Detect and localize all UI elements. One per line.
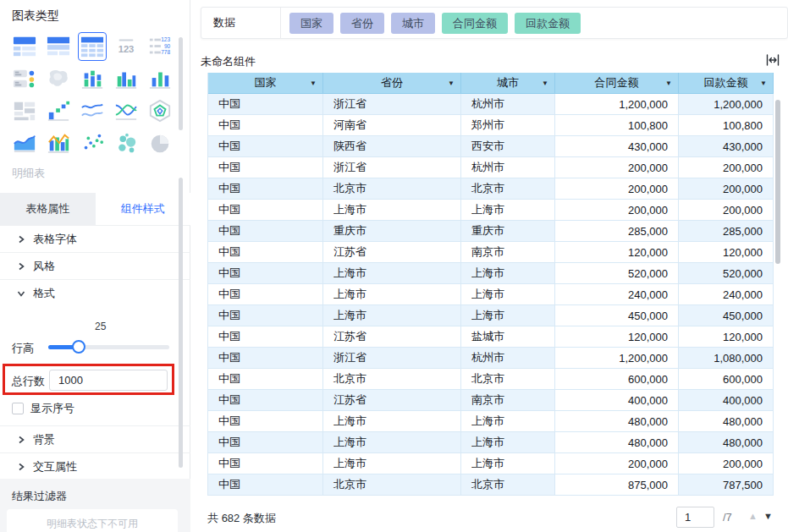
chart-type-pie-icon[interactable] — [143, 127, 177, 159]
tab-table-properties[interactable]: 表格属性 — [0, 193, 96, 225]
column-header-label: 国家 — [255, 75, 277, 90]
column-header-label: 城市 — [497, 75, 519, 90]
page-down-icon[interactable]: ▼ — [763, 511, 773, 521]
page-total: /7 — [723, 511, 732, 524]
expand-width-icon[interactable] — [764, 52, 781, 68]
table-cell: 200,000 — [555, 157, 679, 178]
chart-type-table-header-left-icon[interactable] — [8, 30, 41, 63]
table-cell: 北京市 — [323, 369, 461, 390]
table-cell: 盐城市 — [461, 326, 555, 348]
dimension-chip[interactable]: 城市 — [391, 13, 435, 34]
table-cell: 285,000 — [555, 221, 679, 242]
table-cell: 北京市 — [323, 474, 461, 496]
measure-chip[interactable]: 合同金额 — [442, 13, 508, 34]
column-dropdown-icon[interactable]: ▼ — [310, 80, 317, 87]
measure-chip[interactable]: 回款金额 — [515, 13, 581, 34]
table-row: 中国重庆市重庆市285,000285,000 — [208, 221, 774, 242]
chart-type-indicator-dots-icon[interactable] — [8, 63, 41, 95]
column-header[interactable]: 城市▼ — [461, 73, 555, 94]
table-cell: 中国 — [208, 200, 323, 221]
table-row: 中国浙江省杭州市1,200,0001,080,000 — [208, 348, 774, 369]
chart-type-step-scatter-icon[interactable] — [41, 95, 75, 127]
slider-knob[interactable] — [72, 340, 85, 354]
result-filter-section: 结果过滤器 明细表状态下不可用 — [0, 479, 190, 532]
table-cell: 120,000 — [555, 242, 679, 263]
chart-type-bar-icon[interactable] — [143, 63, 177, 95]
chart-type-map-icon[interactable] — [41, 63, 75, 95]
table-cell: 120,000 — [679, 326, 774, 348]
table-cell: 杭州市 — [461, 348, 555, 369]
table-row: 中国江苏省南京市120,000120,000 — [208, 242, 774, 263]
chart-type-bubble-icon[interactable] — [109, 127, 143, 159]
chart-type-area-cross-icon[interactable] — [109, 95, 143, 127]
chart-type-number-card-icon[interactable]: 123 — [109, 30, 143, 63]
table-cell: 中国 — [208, 94, 323, 115]
data-label: 数据 — [201, 15, 280, 30]
column-header[interactable]: 省份▼ — [323, 73, 461, 94]
section-table-font[interactable]: 表格字体 — [0, 225, 190, 252]
section-style[interactable]: 风格 — [0, 252, 190, 279]
tab-component-style[interactable]: 组件样式 — [96, 193, 191, 225]
dimension-chip[interactable]: 省份 — [340, 13, 384, 34]
table-cell: 200,000 — [555, 200, 679, 221]
table-scrollbar[interactable] — [775, 100, 780, 264]
bi-editor-window: 图表类型 12312390778 明细表 表格属性 组件样式 表格字体 风格 格… — [0, 0, 788, 532]
section-background[interactable]: 背景 — [0, 425, 190, 452]
dimension-chip[interactable]: 国家 — [289, 13, 333, 34]
table-cell: 北京市 — [461, 178, 555, 200]
column-header[interactable]: 回款金额▼ — [679, 73, 774, 94]
row-height-slider[interactable] — [48, 345, 169, 349]
chart-type-table-header-rows-icon[interactable] — [41, 30, 75, 63]
table-row: 中国上海市上海市480,000480,000 — [208, 432, 774, 453]
table-cell: 南京市 — [461, 242, 555, 263]
section-format[interactable]: 格式 — [0, 279, 190, 306]
column-dropdown-icon[interactable]: ▼ — [760, 80, 767, 87]
chart-type-kpi-list-icon[interactable]: 12390778 — [143, 30, 177, 63]
page-up-icon[interactable]: ▲ — [748, 511, 758, 521]
sidebar-scrollbar-top[interactable] — [179, 37, 183, 130]
chart-type-treemap-icon[interactable] — [8, 95, 41, 127]
column-header[interactable]: 国家▼ — [208, 73, 323, 94]
table-cell: 285,000 — [679, 221, 774, 242]
page-number-input[interactable] — [676, 507, 714, 528]
table-cell: 上海市 — [323, 432, 461, 453]
table-cell: 中国 — [208, 157, 323, 178]
table-cell: 杭州市 — [461, 157, 555, 178]
row-height-label: 行高 — [12, 341, 34, 356]
chart-type-combo-icon[interactable] — [41, 127, 75, 159]
table-row: 中国上海市上海市200,000200,000 — [208, 200, 774, 221]
table-cell: 重庆市 — [323, 221, 461, 242]
column-dropdown-icon[interactable]: ▼ — [542, 80, 548, 87]
chart-type-radar-icon[interactable] — [143, 95, 177, 127]
table-cell: 480,000 — [679, 411, 774, 432]
table-cell: 450,000 — [555, 305, 679, 326]
chart-type-area-icon[interactable] — [8, 127, 41, 159]
table-cell: 200,000 — [555, 178, 679, 200]
total-rows-input[interactable] — [49, 370, 168, 391]
chart-type-stacked-bar-icon[interactable] — [75, 63, 109, 95]
chart-type-table-grid-icon[interactable] — [75, 30, 109, 63]
section-interaction[interactable]: 交互属性 — [0, 452, 190, 480]
column-dropdown-icon[interactable]: ▼ — [448, 80, 455, 87]
chart-type-line-multi-icon[interactable] — [75, 95, 109, 127]
column-header-label: 合同金额 — [595, 75, 639, 90]
show-index-checkbox[interactable] — [12, 403, 24, 414]
chart-type-grouped-bar-icon[interactable] — [109, 63, 143, 95]
column-header[interactable]: 合同金额▼ — [555, 73, 679, 94]
table-cell: 浙江省 — [323, 348, 461, 369]
component-title: 未命名组件 — [201, 54, 256, 69]
table-cell: 浙江省 — [323, 157, 461, 178]
sidebar-scrollbar-bottom[interactable] — [179, 178, 183, 468]
table-cell: 400,000 — [679, 390, 774, 411]
table-cell: 上海市 — [461, 200, 555, 221]
table-cell: 中国 — [208, 242, 323, 263]
chevron-down-icon — [17, 289, 25, 298]
current-chart-type-label: 明细表 — [12, 166, 45, 181]
table-cell: 上海市 — [461, 432, 555, 453]
property-tabs: 表格属性 组件样式 — [0, 193, 190, 225]
field-chips: 国家省份城市合同金额回款金额 — [281, 13, 581, 34]
chart-type-scatter-icon[interactable] — [75, 127, 109, 159]
svg-text:123: 123 — [161, 36, 170, 42]
column-dropdown-icon[interactable]: ▼ — [665, 80, 672, 87]
table-cell: 中国 — [208, 326, 323, 348]
